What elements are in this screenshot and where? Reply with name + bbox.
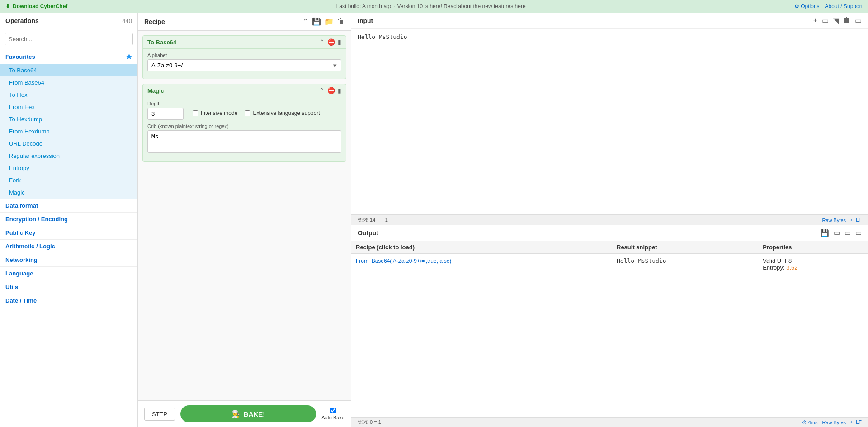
collapse-op-icon[interactable]: ⌃: [319, 38, 325, 46]
sidebar-item-to-hex[interactable]: To Hex: [0, 89, 137, 101]
disable-op-icon[interactable]: ⛔: [327, 38, 335, 46]
right-panel: Input + ▭ ◥ 🗑 ▭ Hello MsStudio 𝔅𝔅𝔅 14 ≡ …: [351, 13, 868, 427]
output-raw-bytes[interactable]: Raw Bytes: [822, 420, 846, 425]
sidebar-item-regular-expression[interactable]: Regular expression: [0, 150, 137, 162]
output-char-count: 𝔅𝔅𝔅 0 ≡ 1: [358, 419, 381, 425]
save-recipe-icon[interactable]: 💾: [312, 17, 321, 26]
recipe-title: Recipe: [144, 18, 165, 25]
output-header-icons: 💾 ▭ ▭ ▭: [821, 229, 862, 237]
bake-label: BAKE!: [244, 410, 265, 418]
prop-valid: Valid UTF8: [763, 257, 863, 264]
input-header: Input + ▭ ◥ 🗑 ▭: [351, 13, 868, 29]
favourites-section[interactable]: Favourites ★: [0, 49, 137, 64]
save-output-icon[interactable]: 💾: [821, 229, 829, 237]
recipe-link[interactable]: From_Base64('A-Za-z0-9+/=',true,false): [356, 258, 451, 264]
download-section[interactable]: ⬇ Download CyberChef: [5, 3, 67, 9]
replace-input-icon[interactable]: ▭: [844, 229, 851, 237]
alphabet-select[interactable]: A-Za-z0-9+/=: [147, 59, 341, 71]
extensive-lang-label[interactable]: Extensive language support: [245, 110, 320, 116]
entropy-value: 3.52: [786, 264, 797, 271]
copy-output-icon[interactable]: ▭: [834, 229, 840, 237]
sidebar: Operations 440 Favourites ★ To Base64 Fr…: [0, 13, 138, 427]
expand-input-icon[interactable]: ▭: [855, 16, 862, 25]
category-utils[interactable]: Utils: [0, 280, 137, 294]
paste-icon[interactable]: ◥: [833, 16, 839, 25]
sidebar-item-entropy[interactable]: Entropy: [0, 162, 137, 174]
raw-bytes-toggle[interactable]: Raw Bytes: [822, 218, 846, 223]
extensive-lang-checkbox[interactable]: [245, 110, 250, 116]
sidebar-item-from-hex[interactable]: From Hex: [0, 101, 137, 113]
collapse-icon[interactable]: ⌃: [302, 17, 308, 26]
table-row: From_Base64('A-Za-z0-9+/=',true,false) H…: [351, 254, 868, 275]
category-date-time[interactable]: Date / Time: [0, 294, 137, 307]
crib-textarea[interactable]: Ms: [147, 130, 341, 153]
add-input-icon[interactable]: +: [813, 16, 817, 25]
collapse-magic-icon[interactable]: ⌃: [319, 87, 325, 94]
status-bar-right[interactable]: Raw Bytes ↩ LF: [822, 217, 862, 223]
recipe-footer: STEP 👨‍🍳 BAKE! Auto Bake: [138, 400, 351, 427]
auto-bake-checkbox[interactable]: [330, 408, 336, 413]
remove-magic-icon[interactable]: ▮: [338, 87, 341, 94]
category-encryption-encoding[interactable]: Encryption / Encoding: [0, 212, 137, 226]
top-bar: ⬇ Download CyberChef Last build: A month…: [0, 0, 868, 13]
op-card-to-base64-title: To Base64: [147, 39, 176, 46]
auto-bake-wrap: Auto Bake: [321, 408, 344, 420]
sidebar-item-to-base64[interactable]: To Base64: [0, 64, 137, 76]
disable-magic-icon[interactable]: ⛔: [327, 87, 335, 94]
recipe-panel: Recipe ⌃ 💾 📁 🗑 To Base64 ⌃ ⛔ ▮: [138, 13, 351, 427]
col-recipe: Recipe (click to load): [351, 241, 612, 254]
sidebar-title: Operations: [5, 17, 39, 24]
intensive-mode-label[interactable]: Intensive mode: [193, 110, 237, 116]
build-message: Last build: A month ago · Version 10 is …: [336, 3, 526, 9]
input-header-icons: + ▭ ◥ 🗑 ▭: [813, 16, 862, 25]
main-layout: Operations 440 Favourites ★ To Base64 Fr…: [0, 13, 868, 427]
sidebar-item-fork[interactable]: Fork: [0, 174, 137, 186]
intensive-mode-checkbox[interactable]: [193, 110, 198, 116]
download-label[interactable]: Download CyberChef: [13, 3, 67, 9]
category-networking[interactable]: Networking: [0, 253, 137, 266]
category-arithmetic-logic[interactable]: Arithmetic / Logic: [0, 239, 137, 253]
search-input[interactable]: [5, 33, 133, 45]
op-card-to-base64-icons: ⌃ ⛔ ▮: [319, 38, 341, 46]
remove-op-icon[interactable]: ▮: [338, 38, 341, 46]
output-status-bar: 𝔅𝔅𝔅 0 ≡ 1 ⏱ 4ms Raw Bytes ↩ LF: [351, 417, 868, 427]
output-table-head: Recipe (click to load) Result snippet Pr…: [351, 241, 868, 254]
output-body: Recipe (click to load) Result snippet Pr…: [351, 241, 868, 417]
open-recipe-icon[interactable]: 📁: [325, 17, 334, 26]
alphabet-group: Alphabet A-Za-z0-9+/= ▼: [147, 52, 341, 71]
sidebar-item-from-base64[interactable]: From Base64: [0, 76, 137, 89]
recipe-header-icons: ⌃ 💾 📁 🗑: [302, 17, 344, 26]
sidebar-item-to-hexdump[interactable]: To Hexdump: [0, 113, 137, 125]
lf-toggle[interactable]: ↩ LF: [850, 217, 862, 223]
output-header: Output 💾 ▭ ▭ ▭: [351, 225, 868, 241]
category-data-format[interactable]: Data format: [0, 199, 137, 212]
op-card-magic-body: Depth Intensive mode Extensive language …: [143, 97, 346, 161]
depth-input[interactable]: [147, 108, 184, 120]
top-bar-right[interactable]: ⚙ Options About / Support: [794, 3, 863, 9]
sidebar-search-wrap: [0, 29, 137, 49]
sidebar-item-magic[interactable]: Magic: [0, 186, 137, 199]
sidebar-item-from-hexdump[interactable]: From Hexdump: [0, 125, 137, 138]
crib-label: Crib (known plaintext string or regex): [147, 123, 341, 129]
expand-output-icon[interactable]: ▭: [855, 229, 862, 237]
alphabet-label: Alphabet: [147, 52, 341, 58]
bake-button[interactable]: 👨‍🍳 BAKE!: [180, 405, 316, 422]
prop-entropy: Entropy: 3.52: [763, 264, 863, 271]
category-language[interactable]: Language: [0, 266, 137, 280]
category-public-key[interactable]: Public Key: [0, 226, 137, 239]
about-link[interactable]: About / Support: [825, 3, 863, 9]
output-lf[interactable]: ↩ LF: [850, 419, 862, 425]
op-card-magic-title: Magic: [147, 87, 164, 94]
sidebar-header: Operations 440: [0, 13, 137, 29]
open-file-icon[interactable]: ▭: [822, 16, 829, 25]
input-section: Input + ▭ ◥ 🗑 ▭ Hello MsStudio: [351, 13, 868, 215]
options-link[interactable]: ⚙ Options: [794, 3, 820, 9]
op-card-to-base64: To Base64 ⌃ ⛔ ▮ Alphabet A-Za-z0-9+/=: [142, 35, 346, 79]
step-button[interactable]: STEP: [144, 408, 175, 421]
magic-top-row: Depth Intensive mode Extensive language …: [147, 101, 341, 120]
input-textarea[interactable]: Hello MsStudio: [351, 29, 868, 214]
sidebar-item-url-decode[interactable]: URL Decode: [0, 138, 137, 150]
clear-input-icon[interactable]: 🗑: [843, 16, 850, 25]
clear-recipe-icon[interactable]: 🗑: [337, 17, 344, 26]
depth-label: Depth: [147, 101, 184, 106]
